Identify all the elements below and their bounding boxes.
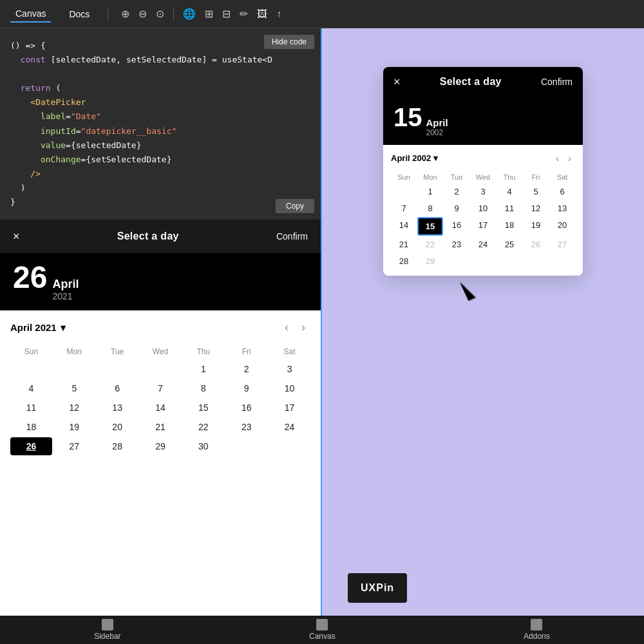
bottom-bar-sidebar-label: Sidebar <box>94 632 120 641</box>
r-cal-cell-28[interactable]: 28 <box>391 253 417 269</box>
cal-cell-19[interactable]: 19 <box>53 418 95 436</box>
code-block: Hide code () => { const [selectedDate, s… <box>0 28 321 220</box>
crop-icon[interactable]: ⊟ <box>222 8 231 20</box>
r-cal-cell-27[interactable]: 27 <box>549 236 575 252</box>
r-cal-cell-1[interactable]: 1 <box>417 184 443 200</box>
r-cal-cell-4[interactable]: 4 <box>497 184 522 200</box>
dp-left-close-button[interactable]: × <box>13 230 20 243</box>
cal-cell-6[interactable]: 6 <box>97 379 138 397</box>
cal-cell-9[interactable]: 9 <box>225 379 267 397</box>
bottom-bar-canvas-label: Canvas <box>309 632 336 641</box>
dp-left-grid: Sun Mon Tue Wed Thu Fri Sat 1 2 3 <box>10 345 310 455</box>
cal-cell-28[interactable]: 28 <box>97 437 138 455</box>
r-cal-cell-18[interactable]: 18 <box>497 217 522 236</box>
cal-cell-5[interactable]: 5 <box>53 379 95 397</box>
r-cal-cell-17[interactable]: 17 <box>470 217 496 236</box>
grid-icon[interactable]: ⊞ <box>205 8 213 20</box>
cal-cell-7[interactable]: 7 <box>140 379 182 397</box>
r-cal-cell-25[interactable]: 25 <box>497 236 522 252</box>
dp-left-confirm-button[interactable]: Confirm <box>276 231 308 242</box>
cal-cell-30[interactable]: 30 <box>182 437 224 455</box>
zoom-out-icon[interactable]: ⊖ <box>138 8 147 20</box>
dp-right-nav-buttons: ‹ › <box>552 151 575 165</box>
tab-docs[interactable]: Docs <box>64 6 95 22</box>
r-day-header-sun: Sun <box>391 171 417 183</box>
r-cal-cell-empty <box>444 253 469 269</box>
cal-cell-8[interactable]: 8 <box>182 379 224 397</box>
dp-left-month-nav: April 2021 ▾ ‹ › <box>10 318 310 337</box>
copy-button[interactable]: Copy <box>276 199 314 213</box>
dp-right-next-button[interactable]: › <box>564 151 575 165</box>
cal-cell-14[interactable]: 14 <box>140 399 182 417</box>
globe-icon[interactable]: 🌐 <box>183 8 196 20</box>
hide-code-button[interactable]: Hide code <box>264 35 314 49</box>
bottom-bar-canvas[interactable]: Canvas <box>309 619 336 641</box>
image-icon[interactable]: 🖼 <box>257 8 267 20</box>
bottom-bar-sidebar[interactable]: Sidebar <box>94 619 120 641</box>
cal-cell-2[interactable]: 2 <box>225 360 267 378</box>
cal-cell-12[interactable]: 12 <box>53 399 95 417</box>
cal-cell-1[interactable]: 1 <box>182 360 224 378</box>
dp-right-month-label[interactable]: April 2002 ▾ <box>391 153 438 163</box>
dp-left-month-label[interactable]: April 2021 ▾ <box>10 322 66 334</box>
datepicker-right: × Select a day Confirm 15 April 2002 Apr… <box>383 67 583 276</box>
cal-cell-23[interactable]: 23 <box>225 418 267 436</box>
dp-left-day: 26 <box>13 262 47 293</box>
dp-left-next-button[interactable]: › <box>296 318 310 337</box>
r-cal-cell-12[interactable]: 12 <box>523 200 549 216</box>
r-cal-cell-22[interactable]: 22 <box>417 236 443 252</box>
cal-cell <box>10 360 52 378</box>
cal-cell-13[interactable]: 13 <box>97 399 138 417</box>
r-cal-cell-8[interactable]: 8 <box>417 200 443 216</box>
cal-cell-24[interactable]: 24 <box>269 418 310 436</box>
cal-cell-29[interactable]: 29 <box>140 437 182 455</box>
cal-cell-21[interactable]: 21 <box>140 418 182 436</box>
r-cal-cell-5[interactable]: 5 <box>523 184 549 200</box>
r-cal-cell-10[interactable]: 10 <box>470 200 496 216</box>
cal-cell-3[interactable]: 3 <box>269 360 310 378</box>
r-cal-cell-11[interactable]: 11 <box>497 200 522 216</box>
day-header-tue: Tue <box>97 345 138 359</box>
cal-cell-27[interactable]: 27 <box>53 437 95 455</box>
cal-cell-17[interactable]: 17 <box>269 399 310 417</box>
dp-right-confirm-button[interactable]: Confirm <box>541 77 573 87</box>
r-cal-cell-15-selected[interactable]: 15 <box>417 217 443 236</box>
r-cal-cell-20[interactable]: 20 <box>549 217 575 236</box>
cal-cell-4[interactable]: 4 <box>10 379 52 397</box>
r-cal-cell-3[interactable]: 3 <box>470 184 496 200</box>
cal-cell-26-selected[interactable]: 26 <box>10 437 52 455</box>
cal-cell-22[interactable]: 22 <box>182 418 224 436</box>
cal-cell-11[interactable]: 11 <box>10 399 52 417</box>
dp-right-prev-button[interactable]: ‹ <box>552 151 563 165</box>
tab-canvas[interactable]: Canvas <box>10 6 51 23</box>
pen-icon[interactable]: ✏ <box>240 8 248 20</box>
r-cal-cell-26[interactable]: 26 <box>523 236 549 252</box>
r-cal-cell-16[interactable]: 16 <box>444 217 469 236</box>
r-cal-cell-29[interactable]: 29 <box>417 253 443 269</box>
r-cal-cell-6[interactable]: 6 <box>549 184 575 200</box>
r-cal-cell-9[interactable]: 9 <box>444 200 469 216</box>
r-cal-cell-23[interactable]: 23 <box>444 236 469 252</box>
cal-cell-15[interactable]: 15 <box>182 399 224 417</box>
r-cal-cell-7[interactable]: 7 <box>391 200 417 216</box>
cal-cell-18[interactable]: 18 <box>10 418 52 436</box>
r-cal-cell-21[interactable]: 21 <box>391 236 417 252</box>
export-icon[interactable]: ↑ <box>276 8 281 20</box>
dp-left-year: 2021 <box>52 291 79 301</box>
dp-left-prev-button[interactable]: ‹ <box>279 318 294 337</box>
bottom-bar-addons-label: Addons <box>524 632 550 641</box>
r-cal-cell-19[interactable]: 19 <box>523 217 549 236</box>
r-cal-cell-24[interactable]: 24 <box>470 236 496 252</box>
cal-cell-20[interactable]: 20 <box>97 418 138 436</box>
dp-left-nav-buttons: ‹ › <box>279 318 310 337</box>
dp-right-close-button[interactable]: × <box>393 75 401 89</box>
zoom-fit-icon[interactable]: ⊙ <box>156 8 164 20</box>
r-cal-cell-14[interactable]: 14 <box>391 217 417 236</box>
r-cal-cell-13[interactable]: 13 <box>549 200 575 216</box>
bottom-bar-addons[interactable]: Addons <box>524 619 550 641</box>
r-cal-cell-2[interactable]: 2 <box>444 184 469 200</box>
cal-cell-10[interactable]: 10 <box>269 379 310 397</box>
zoom-in-icon[interactable]: ⊕ <box>121 8 129 20</box>
cal-cell-16[interactable]: 16 <box>225 399 267 417</box>
dp-right-selected-date: 15 April 2002 <box>383 97 583 145</box>
